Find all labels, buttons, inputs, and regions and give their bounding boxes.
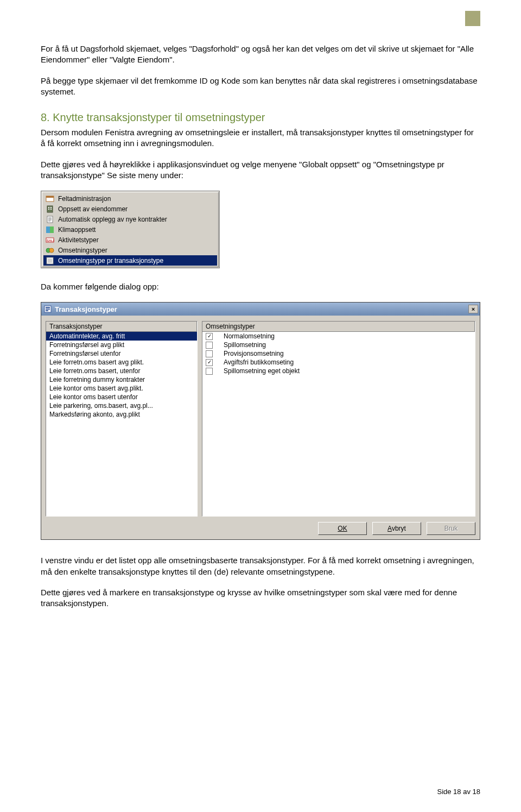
list-item[interactable]: Leie forretning dummy kontrakter: [46, 375, 197, 384]
list-item[interactable]: Leie kontor oms basert avg.plikt.: [46, 384, 197, 393]
list-item-label: Normalomsetning: [224, 332, 275, 340]
context-menu-label: Omsetningstyper: [58, 247, 107, 254]
svg-rect-16: [46, 307, 50, 308]
svg-rect-8: [46, 226, 50, 233]
context-menu-item[interactable]: Feltadministrasjon: [43, 193, 217, 204]
svg-rect-7: [47, 216, 53, 223]
context-menu-label: Oppsett av eiendommer: [58, 205, 128, 213]
context-menu-item[interactable]: Automatisk opplegg av nye kontrakter: [43, 214, 217, 224]
card-icon: [45, 194, 55, 203]
svg-rect-5: [48, 209, 49, 210]
svg-point-13: [49, 248, 54, 253]
klima-icon: [45, 225, 55, 234]
context-menu-label: Omsetningstype pr transaksjonstype: [58, 257, 163, 265]
context-menu-label: Feltadministrasjon: [58, 195, 111, 203]
list-item[interactable]: Leie parkering, oms.basert, avg.pl...: [46, 401, 197, 410]
page-accent-box: [465, 11, 480, 26]
right-list-header: Omsetningstyper: [202, 322, 475, 332]
body-paragraph: For å få ut Dagsforhold skjemaet, velges…: [41, 43, 480, 66]
list-item[interactable]: Automatinntekter, avg. fritt: [46, 332, 197, 341]
list-item[interactable]: Provisjonsomsetning: [202, 349, 475, 358]
dialog-title: Transaksjonstyper: [55, 305, 468, 313]
svg-rect-4: [50, 207, 52, 208]
section-heading-8: 8. Knytte transaksjonstyper til omsetnin…: [41, 111, 480, 124]
svg-rect-1: [46, 196, 54, 198]
list-item[interactable]: Leie forretn.oms basert avg plikt.: [46, 358, 197, 367]
omsetningstyper-listbox[interactable]: Omsetningstyper ✓NormalomsetningSpilloms…: [202, 321, 475, 517]
cancel-button[interactable]: Avbryt: [372, 522, 421, 535]
list-item[interactable]: Spillomsetning: [202, 341, 475, 349]
context-menu-label: Klimaoppsett: [58, 226, 96, 234]
transaksjonstyper-dialog: Transaksjonstyper × Transaksjonstyper Au…: [41, 302, 480, 540]
list-item-label: Spillomsetning: [224, 341, 266, 349]
checkbox[interactable]: [206, 368, 213, 375]
svg-rect-14: [47, 257, 53, 264]
context-menu-item[interactable]: SALEAktivitetstyper: [43, 235, 217, 245]
sale-icon: SALE: [45, 236, 55, 244]
sheet-icon: [45, 256, 55, 265]
list-item[interactable]: Forretningsførsel avg plikt: [46, 341, 197, 349]
context-menu-item[interactable]: Omsetningstype pr transaksjonstype: [43, 255, 217, 266]
building-icon: [45, 205, 55, 213]
checkbox[interactable]: [206, 342, 213, 349]
context-menu-label: Aktivitetstyper: [58, 236, 99, 244]
body-paragraph: Dette gjøres ved å høyreklikke i applika…: [41, 159, 480, 181]
dialog-close-button[interactable]: ×: [468, 305, 478, 313]
body-paragraph: Dersom modulen Fenistra avregning av oms…: [41, 127, 480, 149]
context-menu: FeltadministrasjonOppsett av eiendommerA…: [41, 191, 220, 268]
list-item[interactable]: ✓Avgiftsfri butikkomseting: [202, 358, 475, 367]
checkbox[interactable]: ✓: [206, 333, 213, 340]
context-menu-item[interactable]: Omsetningstyper: [43, 245, 217, 255]
dialog-titlebar[interactable]: Transaksjonstyper ×: [41, 303, 480, 316]
list-item[interactable]: Markedsføring akonto, avg.plikt: [46, 410, 197, 419]
svg-rect-6: [50, 209, 52, 210]
svg-rect-3: [48, 207, 49, 208]
left-list-header: Transaksjonstyper: [46, 322, 197, 332]
tag-icon: [45, 246, 55, 255]
context-menu-item[interactable]: Klimaoppsett: [43, 224, 217, 235]
body-paragraph: Dette gjøres ved å markere en transaksjo…: [41, 587, 480, 609]
svg-text:SALE: SALE: [47, 239, 54, 242]
list-item[interactable]: Spillomsetning eget objekt: [202, 367, 475, 375]
ok-button[interactable]: OK: [318, 522, 367, 535]
list-item[interactable]: ✓Normalomsetning: [202, 332, 475, 341]
doc-icon: [45, 215, 55, 224]
svg-rect-2: [47, 206, 53, 212]
svg-rect-18: [46, 310, 48, 311]
svg-rect-9: [50, 226, 54, 233]
list-item-label: Spillomsetning eget objekt: [224, 367, 300, 375]
list-item[interactable]: Leie forretn.oms basert, utenfor: [46, 367, 197, 375]
context-menu-item[interactable]: Oppsett av eiendommer: [43, 204, 217, 214]
transaksjonstyper-listbox[interactable]: Transaksjonstyper Automatinntekter, avg.…: [46, 321, 198, 517]
page-footer: Side 18 av 18: [437, 788, 480, 796]
list-item[interactable]: Forretningsførsel utenfor: [46, 349, 197, 358]
body-paragraph: Da kommer følgende dialog opp:: [41, 281, 480, 292]
checkbox[interactable]: [206, 350, 213, 357]
dialog-icon: [43, 305, 52, 313]
list-item[interactable]: Leie kontor oms basert utenfor: [46, 393, 197, 401]
body-paragraph: På begge type skjemaer vil det fremkomme…: [41, 75, 480, 98]
list-item-label: Avgiftsfri butikkomseting: [224, 358, 294, 366]
body-paragraph: I venstre vindu er det listet opp alle o…: [41, 555, 480, 577]
checkbox[interactable]: ✓: [206, 359, 213, 366]
context-menu-label: Automatisk opplegg av nye kontrakter: [58, 216, 167, 223]
list-item-label: Provisjonsomsetning: [224, 350, 284, 357]
apply-button: Bruk: [427, 522, 475, 535]
svg-rect-17: [46, 309, 50, 310]
